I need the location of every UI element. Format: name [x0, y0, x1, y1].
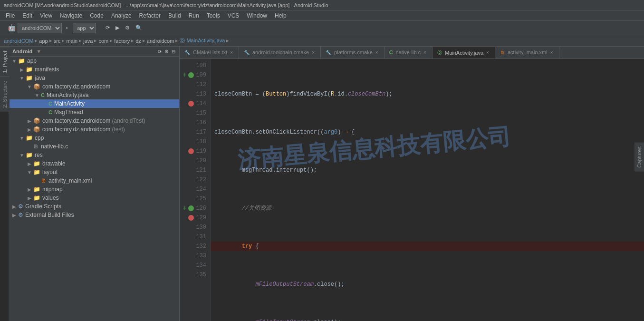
platforms-tab-icon: 🔧: [326, 50, 331, 55]
menu-tools[interactable]: Tools: [203, 11, 224, 20]
c-tab-icon: C: [389, 49, 393, 55]
menu-analyze[interactable]: Analyze: [107, 11, 135, 20]
linenum-134: 134: [180, 261, 210, 270]
bc-src[interactable]: src: [54, 38, 61, 44]
tab-mainactivity[interactable]: ⓪ MainActivity.java ×: [433, 47, 495, 58]
collapse-project-btn[interactable]: ⊟: [172, 49, 175, 54]
menu-window[interactable]: Window: [243, 11, 271, 20]
menu-run[interactable]: Run: [185, 11, 203, 20]
menu-refactor[interactable]: Refactor: [135, 11, 164, 20]
breadcrumb: androidCOM ▸ app ▸ src ▸ main ▸ java ▸ c…: [0, 35, 644, 47]
search-btn[interactable]: 🔍: [134, 24, 144, 32]
menu-help[interactable]: Help: [271, 11, 290, 20]
tree-layout[interactable]: ▼ 📁 layout: [9, 168, 179, 176]
activity-xml-close-btn[interactable]: ×: [550, 50, 553, 55]
tree-test[interactable]: ▶ 📦 com.factory.dz.androidcom (test): [9, 125, 179, 134]
mipmap-icon: 📁: [33, 186, 40, 193]
line-numbers: 108 + 109 112 113 114 115 116 117 118: [180, 59, 211, 321]
plus-126[interactable]: +: [183, 204, 186, 213]
menu-view[interactable]: View: [36, 11, 56, 20]
menu-code[interactable]: Code: [86, 11, 107, 20]
platforms-close-btn[interactable]: ×: [375, 50, 378, 55]
marker-109: [188, 72, 194, 78]
toolchain-tab-icon: 🔧: [244, 50, 250, 55]
bc-dz[interactable]: dz: [135, 38, 141, 44]
bc-mainactivity[interactable]: ⓪ MainActivity.java: [180, 37, 225, 44]
menu-file[interactable]: File: [2, 11, 19, 20]
cmake-close-btn[interactable]: ×: [230, 50, 233, 55]
linenum-125: 125: [180, 194, 210, 204]
code-content[interactable]: closeComBtn = (Button)findViewByI(R.id.c…: [211, 59, 644, 321]
toolbar: 🤖 androidCOM ▸ app ⟳ ▶ ⚙ 🔍: [0, 21, 644, 35]
menu-build[interactable]: Build: [164, 11, 185, 20]
code-line-115: mFileOutputStream.close();: [211, 280, 644, 289]
menu-vcs[interactable]: VCS: [224, 11, 243, 20]
build-btn[interactable]: ▶: [114, 24, 121, 32]
project-dropdown[interactable]: androidCOM: [18, 23, 62, 33]
linenum-135: 135: [180, 270, 210, 280]
linenum-112: 112: [180, 80, 210, 89]
linenum-129: 129: [180, 213, 210, 223]
java-tab-icon: ⓪: [437, 49, 442, 56]
tree-external[interactable]: ▶ ⚙ External Build Files: [9, 211, 179, 219]
tree-mainactivity-class[interactable]: C MainActivity: [9, 99, 179, 108]
tab-toolchain[interactable]: 🔧 android.toolchain.cmake ×: [239, 47, 321, 58]
tree-cpp[interactable]: ▼ 📁 cpp: [9, 134, 179, 142]
menu-edit[interactable]: Edit: [19, 11, 36, 20]
linenum-109: + 109: [180, 70, 210, 80]
linenum-131: 131: [180, 232, 210, 242]
app-folder-icon: 📁: [18, 58, 25, 64]
bc-main[interactable]: main: [66, 38, 77, 44]
external-icon: ⚙: [18, 212, 23, 218]
bc-com[interactable]: com: [98, 38, 108, 44]
layout-icon: 📁: [33, 169, 40, 175]
title-text: androidCOM [M:\work\androidStudio\androi…: [4, 2, 328, 8]
side-tab-structure[interactable]: 2: Structure: [0, 77, 10, 112]
nativelib-close-btn[interactable]: ×: [423, 50, 426, 55]
code-line-112: msgThread.interrupt();: [211, 165, 644, 175]
breadcrumb-sep-toolbar: ▸: [66, 24, 69, 31]
tab-nativelib[interactable]: C native-lib.c ×: [384, 47, 433, 58]
tree-res[interactable]: ▼ 📁 res: [9, 151, 179, 159]
linenum-113: 113: [180, 89, 210, 99]
menu-navigate[interactable]: Navigate: [56, 11, 86, 20]
cmake-tab-icon: 🔧: [184, 50, 190, 55]
android-studio-icon: 🤖: [8, 24, 16, 32]
tree-activity-main-xml[interactable]: 🗎 activity_main.xml: [9, 176, 179, 185]
toolchain-close-btn[interactable]: ×: [312, 50, 315, 55]
bc-androidcom2[interactable]: androidcom: [147, 38, 174, 44]
tab-platforms[interactable]: 🔧 platforms.cmake ×: [321, 47, 384, 58]
bc-factory[interactable]: factory: [114, 38, 130, 44]
tab-cmake[interactable]: 🔧 CMakeLists.txt ×: [180, 47, 239, 58]
tree-package[interactable]: ▼ 📦 com.factory.dz.androidcom: [9, 82, 179, 91]
tree-drawable[interactable]: ▶ 📁 drawable: [9, 159, 179, 168]
bc-java[interactable]: java: [83, 38, 93, 44]
bc-androidcom[interactable]: androidCOM: [4, 38, 33, 44]
drawable-icon: 📁: [33, 160, 40, 167]
tree-androidtest[interactable]: ▶ 📦 com.factory.dz.androidcom (androidTe…: [9, 117, 179, 125]
tree-nativelib[interactable]: 🗎 native-lib.c: [9, 142, 179, 151]
tree-gradle[interactable]: ▶ ⚙ Gradle Scripts: [9, 202, 179, 211]
tree-mainactivity-file[interactable]: ▼ C MainActivity.java: [9, 91, 179, 99]
bc-app[interactable]: app: [39, 38, 48, 44]
linenum-124: 124: [180, 185, 210, 194]
tree-mipmap[interactable]: ▶ 📁 mipmap: [9, 185, 179, 194]
tree-java[interactable]: ▼ 📁 java: [9, 74, 179, 82]
tab-activity-xml[interactable]: 🗎 activity_main.xml ×: [495, 47, 559, 58]
captures-tab[interactable]: Captures: [634, 143, 644, 172]
code-editor[interactable]: 108 + 109 112 113 114 115 116 117 118: [180, 59, 644, 321]
code-line-108: closeComBtn = (Button)findViewByI(R.id.c…: [211, 89, 644, 99]
tree-values[interactable]: ▶ 📁 values: [9, 194, 179, 202]
tree-msgthread[interactable]: C MsgThread: [9, 108, 179, 117]
mainactivity-close-btn[interactable]: ×: [486, 50, 489, 55]
sync-project-btn[interactable]: ⟳: [158, 49, 162, 54]
settings-btn[interactable]: ⚙: [123, 24, 132, 32]
tree-manifests[interactable]: ▶ 📁 manifests: [9, 65, 179, 74]
tree-app[interactable]: ▼ 📁 app: [9, 57, 179, 65]
sync-btn[interactable]: ⟳: [104, 24, 112, 32]
linenum-122: 122: [180, 175, 210, 185]
app-dropdown[interactable]: app: [73, 23, 96, 33]
gear-project-btn[interactable]: ⚙: [164, 49, 169, 54]
side-tab-project[interactable]: 1: Project: [0, 47, 10, 77]
plus-109[interactable]: +: [183, 70, 186, 80]
